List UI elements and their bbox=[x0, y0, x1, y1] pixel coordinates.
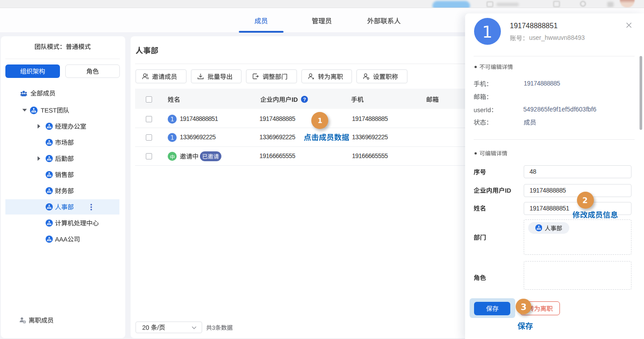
svg-text:?: ? bbox=[303, 97, 306, 102]
